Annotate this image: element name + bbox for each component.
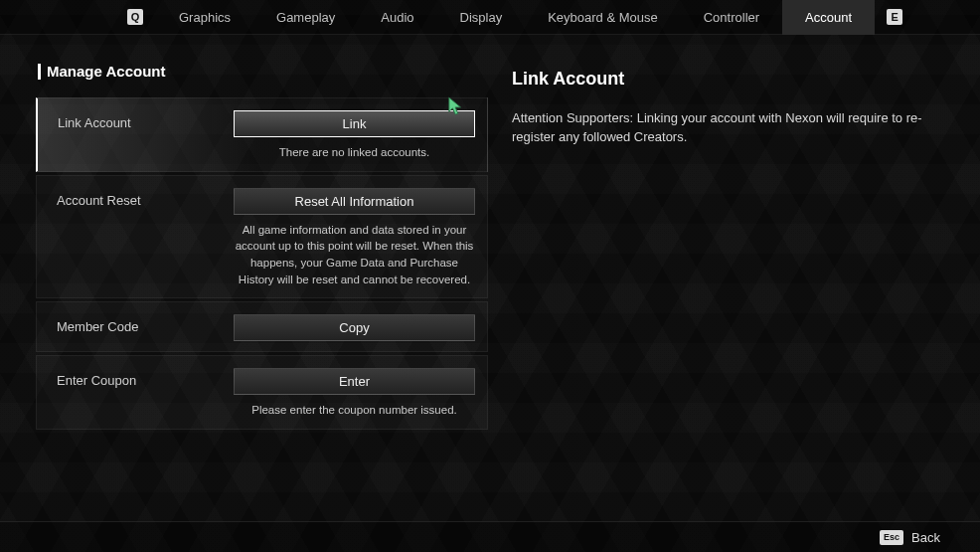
section-title: Manage Account bbox=[36, 63, 488, 80]
row-description: There are no linked accounts. bbox=[234, 144, 475, 161]
tab-controller[interactable]: Controller bbox=[681, 0, 782, 35]
row-label: Link Account bbox=[58, 110, 224, 130]
tab-account[interactable]: Account bbox=[782, 0, 875, 35]
settings-row[interactable]: Member CodeCopy bbox=[36, 301, 488, 352]
row-label: Member Code bbox=[57, 314, 224, 334]
row-label: Enter Coupon bbox=[57, 368, 224, 388]
tab-audio[interactable]: Audio bbox=[358, 0, 436, 35]
row-description: All game information and data stored in … bbox=[234, 222, 475, 288]
settings-row[interactable]: Account ResetReset All InformationAll ga… bbox=[36, 175, 488, 299]
reset-all-information-button[interactable]: Reset All Information bbox=[234, 188, 475, 215]
back-key-hint: Esc bbox=[880, 530, 903, 545]
row-label: Account Reset bbox=[57, 188, 224, 208]
prev-tab-key-hint: Q bbox=[127, 9, 143, 25]
link-button[interactable]: Link bbox=[234, 110, 475, 137]
settings-row[interactable]: Link AccountLinkThere are no linked acco… bbox=[36, 97, 488, 172]
tab-graphics[interactable]: Graphics bbox=[156, 0, 253, 35]
settings-tabbar: Q GraphicsGameplayAudioDisplayKeyboard &… bbox=[0, 0, 980, 35]
detail-description: Attention Supporters: Linking your accou… bbox=[512, 109, 929, 147]
detail-title: Link Account bbox=[512, 69, 930, 90]
back-button[interactable]: Back bbox=[911, 530, 940, 545]
next-tab-key-hint: E bbox=[887, 9, 902, 25]
settings-row[interactable]: Enter CouponEnterPlease enter the coupon… bbox=[36, 355, 488, 430]
copy-button[interactable]: Copy bbox=[234, 314, 475, 341]
tab-gameplay[interactable]: Gameplay bbox=[253, 0, 358, 35]
enter-button[interactable]: Enter bbox=[234, 368, 475, 395]
row-description: Please enter the coupon number issued. bbox=[234, 402, 475, 419]
tabs-container: GraphicsGameplayAudioDisplayKeyboard & M… bbox=[156, 0, 875, 35]
tab-keyboard-mouse[interactable]: Keyboard & Mouse bbox=[525, 0, 681, 35]
footer-bar: Esc Back bbox=[0, 521, 980, 552]
tab-display[interactable]: Display bbox=[437, 0, 526, 35]
